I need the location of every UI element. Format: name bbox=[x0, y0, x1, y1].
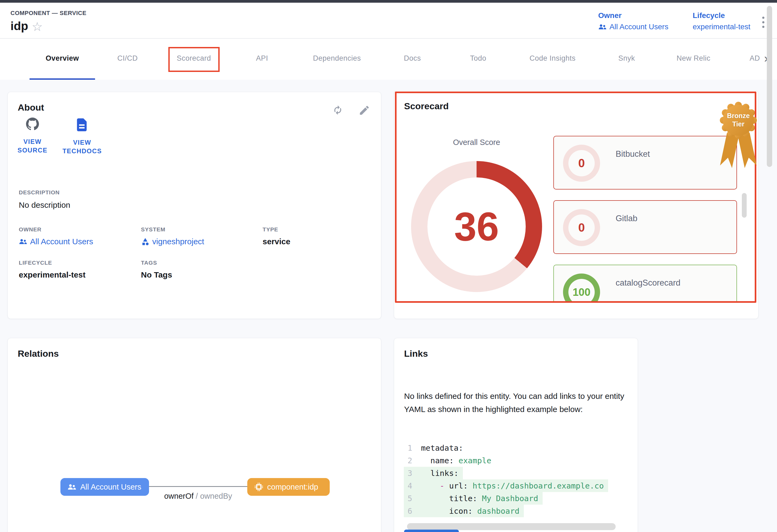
relation-node-label: component:idp bbox=[267, 483, 318, 492]
yaml-example-code: 1 metadata: 2 name: example 3 links: 4 -… bbox=[404, 441, 631, 517]
edit-pencil-icon[interactable] bbox=[358, 104, 370, 116]
scorecard-item-name: Gitlab bbox=[616, 214, 637, 223]
relation-edge-line bbox=[149, 486, 247, 487]
code-line-highlighted: 5 title: My Dashboard bbox=[404, 492, 543, 505]
partial-button[interactable] bbox=[404, 530, 459, 532]
browser-top-bar bbox=[0, 0, 777, 3]
scorecard-title: Scorecard bbox=[404, 101, 449, 111]
header-lifecycle: Lifecycle experimental-test bbox=[693, 11, 750, 31]
score-ring: 100 bbox=[563, 273, 600, 302]
entity-header: COMPONENT — SERVICE idp ☆ Owner All Acco… bbox=[0, 3, 777, 39]
relations-card: Relations All Account Users component:id… bbox=[7, 338, 381, 532]
about-card: About VIEW SOURCE VIEW TECHDOCS DESCRIPT… bbox=[7, 92, 381, 319]
people-icon bbox=[19, 237, 27, 246]
lifecycle-field-value: experimental-test bbox=[19, 270, 85, 279]
people-icon bbox=[598, 22, 607, 31]
relation-node-label: All Account Users bbox=[80, 483, 141, 492]
relation-node-owner[interactable]: All Account Users bbox=[61, 478, 149, 496]
tab-cicd[interactable]: CI/CD bbox=[117, 54, 138, 62]
people-icon bbox=[68, 482, 77, 492]
overall-score-value: 36 bbox=[454, 204, 499, 250]
scorecard-item-list: 0 Bitbucket 0 Gitlab 100 catalogScorecar… bbox=[553, 136, 739, 302]
links-empty-text: No links defined for this entity. You ca… bbox=[404, 389, 627, 416]
tab-api[interactable]: API bbox=[256, 54, 268, 62]
favorite-star-icon[interactable]: ☆ bbox=[32, 20, 43, 33]
breadcrumb: COMPONENT — SERVICE bbox=[10, 10, 87, 17]
scorecard-item-gitlab[interactable]: 0 Gitlab bbox=[553, 200, 737, 254]
tab-todo[interactable]: Todo bbox=[470, 54, 486, 62]
links-title: Links bbox=[404, 349, 428, 359]
scorecard-item-name: catalogScorecard bbox=[616, 278, 680, 288]
scorecard-card: Scorecard Bronze bbox=[394, 91, 759, 319]
relation-edge-label: ownerOf / ownedBy bbox=[164, 492, 232, 501]
system-field-label: SYSTEM bbox=[141, 226, 165, 233]
system-field-link[interactable]: vigneshproject bbox=[141, 237, 204, 246]
code-line: 2 name: example bbox=[404, 454, 495, 467]
relation-node-component[interactable]: component:idp bbox=[247, 478, 330, 496]
code-line: 1 metadata: bbox=[404, 441, 467, 454]
tab-truncated[interactable]: AD bbox=[750, 54, 762, 62]
overall-score-label: Overall Score bbox=[453, 138, 500, 147]
page-title: idp bbox=[10, 19, 28, 33]
type-field-value: service bbox=[262, 237, 290, 246]
view-techdocs-label: VIEW TECHDOCS bbox=[62, 138, 102, 155]
owner-label: Owner bbox=[598, 11, 668, 20]
scorecard-item-catalogscorecard[interactable]: 100 catalogScorecard bbox=[553, 265, 737, 302]
badge-text: Bronze Tier bbox=[719, 112, 757, 128]
tab-docs[interactable]: Docs bbox=[404, 54, 421, 62]
code-line-highlighted: 3 links: bbox=[404, 467, 463, 480]
view-techdocs-link[interactable]: VIEW TECHDOCS bbox=[62, 118, 102, 155]
tab-dependencies[interactable]: Dependencies bbox=[313, 54, 361, 62]
tab-snyk[interactable]: Snyk bbox=[618, 54, 635, 62]
score-ring: 0 bbox=[563, 209, 600, 246]
more-options-kebab-icon[interactable] bbox=[761, 17, 765, 28]
entity-page: COMPONENT — SERVICE idp ☆ Owner All Acco… bbox=[0, 0, 777, 532]
github-icon bbox=[12, 118, 52, 132]
scorecard-list-scrollbar[interactable] bbox=[742, 193, 747, 218]
score-ring: 0 bbox=[563, 145, 600, 182]
document-icon bbox=[62, 118, 102, 132]
owner-field-label: OWNER bbox=[19, 226, 41, 233]
links-card: Links No links defined for this entity. … bbox=[394, 338, 638, 532]
code-line-highlighted: 6 icon: dashboard bbox=[404, 505, 524, 517]
lifecycle-value: experimental-test bbox=[693, 22, 750, 31]
header-owner: Owner All Account Users bbox=[598, 11, 668, 31]
code-horizontal-scrollbar[interactable] bbox=[407, 523, 616, 530]
active-tab-indicator bbox=[29, 79, 95, 80]
page-vertical-scrollbar[interactable] bbox=[767, 6, 772, 167]
owner-link[interactable]: All Account Users bbox=[598, 22, 668, 31]
about-title: About bbox=[18, 102, 44, 113]
tab-overview[interactable]: Overview bbox=[46, 54, 79, 62]
chip-cpu-icon bbox=[254, 482, 263, 492]
view-source-label: VIEW SOURCE bbox=[12, 137, 52, 155]
tab-code-insights[interactable]: Code Insights bbox=[530, 54, 576, 62]
bronze-tier-badge: Bronze Tier bbox=[719, 102, 757, 177]
scorecard-item-bitbucket[interactable]: 0 Bitbucket bbox=[553, 136, 737, 189]
tags-field-label: TAGS bbox=[141, 260, 157, 266]
description-value: No description bbox=[19, 201, 70, 210]
tab-scorecard[interactable]: Scorecard bbox=[177, 54, 211, 62]
overall-score-gauge: 36 bbox=[411, 161, 542, 292]
system-icon bbox=[141, 237, 149, 246]
code-line-highlighted: 4 - url: https://dashboard.example.co bbox=[404, 480, 608, 492]
lifecycle-field-label: LIFECYCLE bbox=[19, 260, 52, 266]
relations-title: Relations bbox=[18, 349, 59, 359]
view-source-link[interactable]: VIEW SOURCE bbox=[12, 118, 52, 155]
description-label: DESCRIPTION bbox=[19, 189, 60, 196]
owner-field-link[interactable]: All Account Users bbox=[19, 237, 93, 246]
owner-value: All Account Users bbox=[609, 22, 668, 31]
tab-new-relic[interactable]: New Relic bbox=[677, 54, 710, 62]
lifecycle-label: Lifecycle bbox=[693, 11, 750, 20]
refresh-icon[interactable] bbox=[332, 104, 344, 116]
tags-field-value: No Tags bbox=[141, 270, 172, 279]
tab-bar: Overview CI/CD Scorecard API Dependencie… bbox=[0, 39, 777, 80]
type-field-label: TYPE bbox=[262, 226, 278, 233]
scorecard-item-name: Bitbucket bbox=[616, 149, 650, 159]
